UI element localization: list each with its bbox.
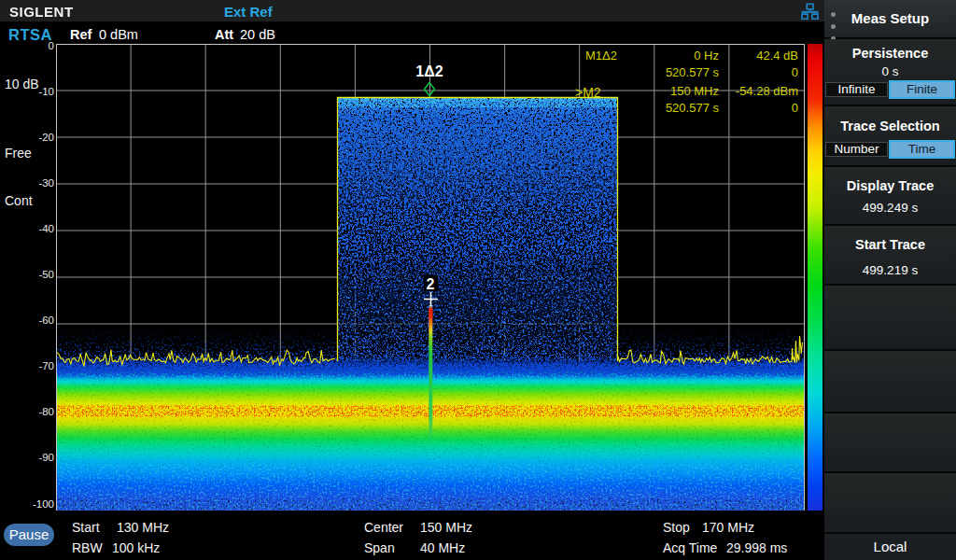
- svg-text:1Δ2: 1Δ2: [415, 63, 443, 79]
- svg-text:2: 2: [427, 276, 435, 292]
- svg-text:>M2: >M2: [575, 85, 601, 100]
